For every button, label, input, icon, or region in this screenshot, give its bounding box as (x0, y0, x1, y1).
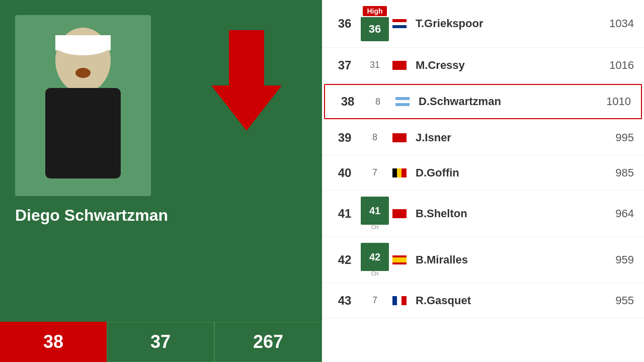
player-row-name: B.Shelton (416, 207, 467, 220)
left-panel: Diego Schwartzman 38 37 267 (0, 0, 322, 362)
ranking-row: 4141CHB.Shelton964 (322, 191, 644, 237)
ch-badge: 41 (361, 197, 389, 225)
points: 995 (599, 131, 634, 144)
flag-fr (392, 296, 407, 305)
flag-us (392, 61, 407, 70)
player-info: J.Isner (392, 131, 599, 144)
svg-point-5 (75, 68, 91, 78)
ranking-row: 36High36T.Griekspoor1034 (322, 0, 644, 48)
ranking-row: 3731M.Cressy1016 (322, 48, 644, 83)
ranking-row: 437R.Gasquet955 (322, 283, 644, 318)
svg-marker-6 (211, 30, 282, 131)
player-info: D.Goffin (392, 166, 599, 179)
rank-change-value: 7 (360, 295, 390, 306)
player-info: B.Miralles (392, 253, 599, 266)
player-info: T.Griekspoor (392, 17, 599, 30)
rank-change-value: 7 (360, 167, 390, 178)
rank-change-col: 41CH (357, 197, 392, 230)
high-label: High (363, 6, 386, 16)
ranking-row: 398J.Isner995 (322, 120, 644, 155)
rank-change-value: 8 (360, 132, 390, 143)
rank-number: 37 (332, 58, 357, 72)
rank-change-col: 7 (357, 167, 392, 178)
player-row-name: D.Schwartzman (419, 95, 501, 108)
rank-change-value: 31 (360, 60, 390, 70)
stats-bar: 38 37 267 (0, 322, 322, 362)
player-info: B.Shelton (392, 207, 599, 220)
rank-number: 39 (332, 131, 357, 145)
right-panel: 36High36T.Griekspoor10343731M.Cressy1016… (322, 0, 644, 362)
high-number: 36 (361, 17, 389, 41)
points: 964 (599, 207, 634, 220)
player-info: M.Cressy (392, 59, 599, 72)
rank-change-col: 7 (357, 295, 392, 306)
points: 959 (599, 253, 634, 266)
ranking-row: 388D.Schwartzman1010 (324, 84, 642, 119)
ch-label: CH (371, 271, 378, 277)
rank-number: 43 (332, 294, 357, 308)
stat-2: 37 (107, 322, 214, 362)
rank-change-value: 8 (363, 97, 393, 107)
rank-change-col: 8 (357, 132, 392, 143)
player-row-name: M.Cressy (416, 59, 465, 72)
rank-number: 38 (335, 95, 360, 109)
flag-us (392, 133, 407, 142)
ch-label: CH (371, 225, 378, 230)
player-row-name: T.Griekspoor (416, 17, 483, 30)
player-name: Diego Schwartzman (15, 206, 168, 225)
points: 1016 (599, 59, 634, 72)
player-info: R.Gasquet (392, 294, 599, 307)
ranking-row: 407D.Goffin985 (322, 155, 644, 191)
player-row-name: J.Isner (416, 131, 451, 144)
arrow-down-container (211, 30, 282, 131)
player-row-name: R.Gasquet (416, 294, 471, 307)
flag-nl (392, 19, 407, 28)
player-row-name: B.Miralles (416, 253, 468, 266)
ranking-row: 4242CHB.Miralles959 (322, 237, 644, 283)
flag-us (392, 209, 407, 218)
rank-number: 40 (332, 166, 357, 180)
stat-3: 267 (214, 322, 322, 362)
rank-change-col: High36 (357, 6, 392, 41)
rank-change-col: 31 (357, 60, 392, 70)
points: 985 (599, 166, 634, 179)
rank-number: 41 (332, 207, 357, 221)
player-row-name: D.Goffin (416, 166, 459, 179)
player-info: D.Schwartzman (395, 95, 596, 108)
rank-number: 42 (332, 253, 357, 267)
points: 955 (599, 294, 634, 307)
stat-rank: 38 (0, 322, 107, 362)
flag-es (392, 255, 407, 264)
flag-ar (395, 97, 410, 106)
rank-number: 36 (332, 17, 357, 31)
points: 1034 (599, 17, 634, 30)
points: 1010 (596, 95, 631, 108)
rank-change-col: 8 (360, 97, 395, 107)
flag-be (392, 168, 407, 177)
svg-rect-4 (55, 35, 111, 50)
svg-rect-2 (45, 88, 121, 178)
ch-badge: 42 (361, 243, 389, 271)
rank-change-col: 42CH (357, 243, 392, 277)
player-photo (15, 15, 151, 196)
